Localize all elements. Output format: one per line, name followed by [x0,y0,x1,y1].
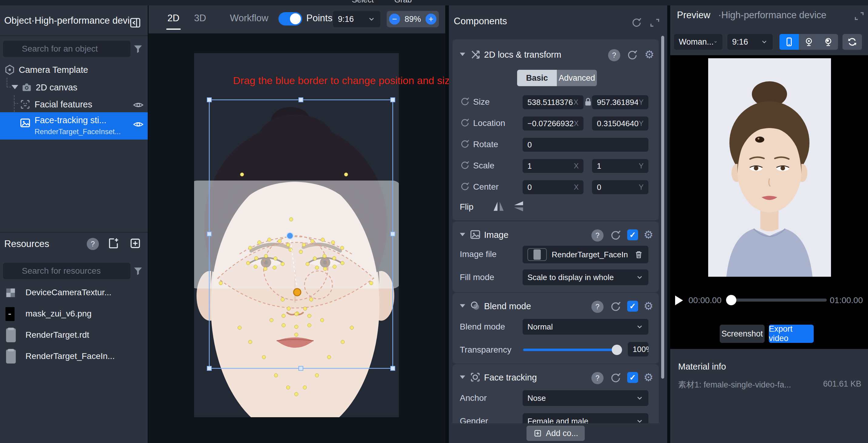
reset-row-icon[interactable] [460,160,470,171]
scale-y-field[interactable]: 1Y [592,159,648,173]
export-video-button[interactable]: Export video [769,325,814,343]
resources-search-input[interactable] [3,263,130,279]
refresh-preview-button[interactable] [842,34,862,50]
play-button[interactable] [675,296,683,305]
tab-basic[interactable]: Basic [517,70,557,86]
canvas-aspect-dropdown[interactable]: 9:16 [333,11,380,27]
help-icon[interactable]: ? [591,372,603,384]
reset-all-icon[interactable] [631,17,642,29]
gear-icon[interactable]: ⚙ [644,301,653,312]
question-glyph: ? [595,374,599,382]
object-search-input[interactable] [3,41,130,57]
points-toggle[interactable] [278,12,302,26]
source-webcam2-button[interactable] [818,34,838,50]
resource-item[interactable]: mask_zui_v6.png [0,305,148,324]
resource-label: DeviceCameraTextur... [26,288,111,297]
image-file-field[interactable]: RenderTarget_FaceIns [523,246,648,263]
reset-icon[interactable] [626,49,639,61]
tree-item-2d-canvas[interactable]: 2D canvas [0,80,148,95]
tree-item-face-tracking-sticker[interactable]: Face-tracking sti... RenderTarget_FaceIn… [0,112,148,140]
trash-icon[interactable] [634,250,644,260]
section-collapse-icon[interactable] [460,375,465,379]
timeline-slider[interactable] [727,299,827,302]
filter-icon[interactable] [133,266,143,276]
help-icon[interactable]: ? [608,49,620,61]
source-webcam-button[interactable] [799,34,818,50]
tree-item-facial-features[interactable]: Facial features [0,97,148,112]
center-x-field[interactable]: 0X [523,180,584,194]
collapse-panel-icon[interactable] [129,17,141,29]
transparency-value-field[interactable]: 100% [628,342,648,357]
add-component-button[interactable]: Add co... [527,426,585,441]
lock-icon[interactable] [584,97,592,107]
preview-video[interactable] [708,58,831,277]
image-file-value: RenderTarget_FaceIns [552,250,627,260]
import-file-icon[interactable] [107,237,120,250]
location-y-field[interactable]: 0.315046401Y [592,117,648,130]
tool-grab-label[interactable]: Grab [394,0,412,5]
anchor-point-nose[interactable] [293,289,301,296]
chevron-expand-icon[interactable] [11,85,18,89]
reset-icon[interactable] [610,372,622,384]
help-icon[interactable]: ? [87,238,99,250]
tree-item-camera-template[interactable]: Camera Template [0,62,148,77]
anchor-point-blue[interactable] [287,232,293,239]
reset-row-icon[interactable] [460,181,470,192]
section-title: Face tracking [484,373,537,383]
resource-item[interactable]: RenderTarget_FaceIn... [0,347,148,366]
fill-mode-dropdown[interactable]: Scale to display in whole [523,269,648,285]
filter-icon[interactable] [133,44,143,54]
tab-2d[interactable]: 2D [167,13,180,24]
preview-title: Preview [677,10,710,21]
section-collapse-icon[interactable] [460,233,465,236]
help-icon[interactable]: ? [591,229,603,241]
scrollbar[interactable] [661,36,664,379]
reset-icon[interactable] [610,301,622,313]
size-x-value: 538.5118376 [527,98,573,107]
section-collapse-icon[interactable] [460,304,465,307]
add-resource-icon[interactable] [129,237,142,250]
eye-icon[interactable] [133,119,144,130]
resource-item[interactable]: RenderTarget.rdt [0,326,148,345]
reset-row-icon[interactable] [460,139,470,149]
flip-horizontal-icon[interactable] [492,200,505,213]
workflow-label[interactable]: Workflow [230,13,269,24]
enable-checkbox[interactable]: ✓ [627,372,638,383]
preview-aspect-dropdown[interactable]: 9:16 [727,34,773,50]
resource-item[interactable]: DeviceCameraTextur... [0,284,148,303]
rotate-field[interactable]: 0 [523,138,648,152]
section-collapse-icon[interactable] [460,53,465,56]
gear-icon[interactable]: ⚙ [644,372,653,383]
help-icon[interactable]: ? [591,301,603,313]
expand-panel-icon[interactable] [649,17,660,29]
center-y-field[interactable]: 0Y [592,180,648,194]
zoom-in-button[interactable]: + [426,13,436,25]
transparency-slider[interactable] [523,349,619,351]
reset-row-icon[interactable] [460,118,470,128]
expand-panel-icon[interactable] [854,10,865,22]
source-device-button[interactable] [779,34,799,50]
tool-select-label[interactable]: Select [352,0,374,5]
eye-icon[interactable] [133,99,144,111]
slider-knob[interactable] [612,345,622,355]
anchor-dropdown[interactable]: Nose [523,390,648,406]
timeline-knob[interactable] [726,295,736,305]
model-dropdown[interactable]: Woman... [674,34,722,50]
scale-x-field[interactable]: 1X [523,159,584,173]
zoom-out-button[interactable]: − [389,13,400,25]
gear-icon[interactable]: ⚙ [645,49,654,60]
flip-vertical-icon[interactable] [512,200,525,213]
screenshot-button[interactable]: Screenshot [720,325,765,343]
reset-icon[interactable] [610,229,622,241]
canvas-face-render[interactable] [194,53,399,417]
enable-checkbox[interactable]: ✓ [627,229,638,240]
size-y-field[interactable]: 957.3618940Y [592,95,648,109]
gear-icon[interactable]: ⚙ [644,229,653,240]
location-x-field[interactable]: −0.072669322X [523,117,584,130]
enable-checkbox[interactable]: ✓ [627,301,638,312]
reset-row-icon[interactable] [460,96,470,107]
blend-mode-dropdown[interactable]: Normal [523,319,648,335]
size-x-field[interactable]: 538.5118376X [523,95,584,109]
tab-advanced[interactable]: Advanced [557,70,597,86]
tab-3d[interactable]: 3D [194,13,206,24]
